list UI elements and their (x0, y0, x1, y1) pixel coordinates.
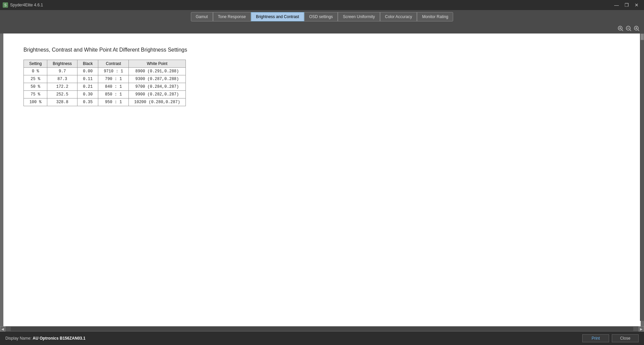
print-button[interactable]: Print (582, 334, 609, 342)
page-container[interactable]: Brightness, Contrast and White Point At … (3, 33, 641, 326)
display-name-value: AU Optronics B156ZAN03.1 (33, 336, 85, 341)
svg-line-5 (630, 30, 631, 31)
tab-brightness-contrast[interactable]: Brightness and Contrast (251, 12, 304, 21)
cell-3-4: 9900 (0.282,0.287) (129, 91, 186, 98)
cell-0-3: 9710 : 1 (98, 68, 129, 75)
app-icon: S (3, 2, 8, 8)
horizontal-scrollbar[interactable]: ◀ ▶ (0, 326, 644, 332)
scroll-track (11, 327, 633, 331)
cell-4-2: 0.35 (77, 98, 98, 106)
title-bar-left: S Spyder4Elite 4.6.1 (3, 2, 43, 8)
cell-1-4: 9300 (0.287,0.288) (129, 75, 186, 83)
tab-monitor-rating[interactable]: Monitor Rating (417, 12, 453, 21)
cell-1-0: 25 % (24, 75, 47, 83)
toolbar-row (0, 23, 644, 33)
cell-1-2: 0.11 (77, 75, 98, 83)
vertical-scrollbar[interactable] (640, 33, 644, 321)
brightness-table: Setting Brightness Black Contrast White … (23, 60, 186, 106)
cell-3-3: 850 : 1 (98, 91, 129, 98)
cell-3-1: 252.5 (47, 91, 77, 98)
page-title: Brightness, Contrast and White Point At … (23, 47, 621, 53)
cell-3-2: 0.30 (77, 91, 98, 98)
cell-4-0: 100 % (24, 98, 47, 106)
display-label: Display Name: (5, 336, 33, 341)
main-area: Brightness, Contrast and White Point At … (0, 33, 644, 326)
svg-line-8 (638, 30, 639, 31)
window-close-button[interactable]: ✕ (632, 2, 641, 8)
tab-screen-uniformity[interactable]: Screen Uniformity (338, 12, 380, 21)
zoom-in-button[interactable] (616, 24, 625, 32)
cell-2-3: 840 : 1 (98, 83, 129, 91)
svg-line-1 (622, 30, 623, 31)
col-contrast: Contrast (98, 60, 129, 68)
cell-1-1: 87.3 (47, 75, 77, 83)
tab-gamut[interactable]: Gamut (191, 12, 213, 21)
zoom-out-button[interactable] (633, 24, 641, 32)
white-page: Brightness, Contrast and White Point At … (3, 33, 641, 326)
table-row: 75 %252.50.30850 : 19900 (0.282,0.287) (24, 91, 186, 98)
cell-0-0: 0 % (24, 68, 47, 75)
display-name-label: Display Name: AU Optronics B156ZAN03.1 (5, 336, 86, 341)
cell-0-4: 8900 (0.291,0.288) (129, 68, 186, 75)
scroll-right-arrow[interactable]: ▶ (639, 326, 644, 332)
table-row: 100 %328.80.35950 : 110200 (0.280,0.287) (24, 98, 186, 106)
cell-2-0: 50 % (24, 83, 47, 91)
zoom-reset-button[interactable] (625, 24, 633, 32)
cell-0-2: 0.00 (77, 68, 98, 75)
scroll-left-arrow[interactable]: ◀ (0, 326, 5, 332)
cell-4-3: 950 : 1 (98, 98, 129, 106)
status-bar: Display Name: AU Optronics B156ZAN03.1 P… (0, 332, 644, 345)
table-row: 0 %9.70.009710 : 18900 (0.291,0.288) (24, 68, 186, 75)
cell-1-3: 790 : 1 (98, 75, 129, 83)
restore-button[interactable]: ❐ (622, 2, 631, 8)
col-setting: Setting (24, 60, 47, 68)
tab-osd-settings[interactable]: OSD settings (304, 12, 338, 21)
col-black: Black (77, 60, 98, 68)
col-brightness: Brightness (47, 60, 77, 68)
table-header-row: Setting Brightness Black Contrast White … (24, 60, 186, 68)
scrollbar-thumb[interactable] (640, 33, 644, 40)
cell-0-1: 9.7 (47, 68, 77, 75)
table-row: 50 %172.20.21840 : 19700 (0.284,0.287) (24, 83, 186, 91)
cell-2-2: 0.21 (77, 83, 98, 91)
cell-2-4: 9700 (0.284,0.287) (129, 83, 186, 91)
status-buttons: Print Close (582, 334, 639, 342)
tab-bar: Gamut Tone Response Brightness and Contr… (0, 10, 644, 23)
cell-3-0: 75 % (24, 91, 47, 98)
tab-tone-response[interactable]: Tone Response (213, 12, 251, 21)
minimize-button[interactable]: — (612, 2, 621, 8)
title-bar-controls: — ❐ ✕ (612, 2, 641, 8)
close-button[interactable]: Close (612, 334, 639, 342)
app-title: Spyder4Elite 4.6.1 (10, 3, 43, 7)
title-bar: S Spyder4Elite 4.6.1 — ❐ ✕ (0, 0, 644, 10)
cell-4-1: 328.8 (47, 98, 77, 106)
cell-4-4: 10200 (0.280,0.287) (129, 98, 186, 106)
table-row: 25 %87.30.11790 : 19300 (0.287,0.288) (24, 75, 186, 83)
tab-color-accuracy[interactable]: Color Accuracy (380, 12, 417, 21)
col-white-point: White Point (129, 60, 186, 68)
cell-2-1: 172.2 (47, 83, 77, 91)
